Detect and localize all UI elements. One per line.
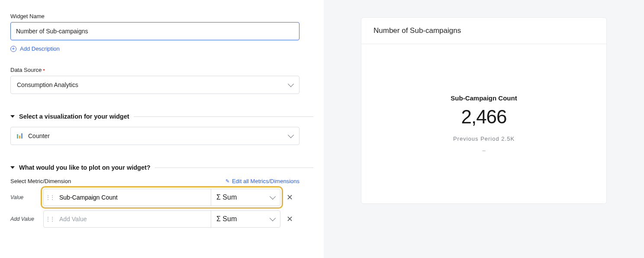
add-value-aggregation-select[interactable]: Σ Sum <box>211 211 280 227</box>
add-value-metric-input[interactable] <box>56 211 211 227</box>
remove-add-value-button[interactable]: ✕ <box>287 214 293 224</box>
edit-all-metrics-link[interactable]: ✎ Edit all Metrics/Dimensions <box>225 178 299 184</box>
counter-icon <box>17 133 24 139</box>
edit-all-metrics-label: Edit all Metrics/Dimensions <box>232 178 299 184</box>
preview-placeholder: – <box>482 147 485 154</box>
preview-card: Number of Sub-campaigns Sub-Campaign Cou… <box>361 17 607 204</box>
section-visualization-header[interactable]: Select a visualization for your widget <box>10 113 313 120</box>
value-aggregation-value: Sum <box>222 194 237 201</box>
add-description-button[interactable]: + Add Description <box>10 45 313 52</box>
widget-name-input[interactable] <box>10 22 299 40</box>
sigma-icon: Σ <box>216 194 221 201</box>
visualization-type-select[interactable]: Counter <box>10 127 299 145</box>
divider <box>134 116 313 117</box>
value-aggregation-select[interactable]: Σ Sum <box>211 189 280 206</box>
caret-down-icon <box>10 166 15 169</box>
value-metric-input[interactable] <box>56 189 211 206</box>
preview-panel: Number of Sub-campaigns Sub-Campaign Cou… <box>324 0 644 258</box>
preview-metric-value: 2,466 <box>461 106 506 128</box>
widget-name-label: Widget Name <box>10 13 313 19</box>
data-source-value: Consumption Analytics <box>17 81 78 88</box>
sigma-icon: Σ <box>216 215 221 223</box>
section-plot-title: What would you like to plot on your widg… <box>19 164 151 171</box>
metric-dimension-label: Select Metric/Dimension <box>10 178 71 184</box>
add-description-label: Add Description <box>20 45 60 52</box>
data-source-label: Data Source• <box>10 67 313 73</box>
pencil-icon: ✎ <box>225 178 229 184</box>
widget-config-panel: Widget Name + Add Description Data Sourc… <box>0 0 324 258</box>
add-value-metric-group: ⋮⋮ Σ Sum <box>43 210 280 228</box>
preview-metric-title: Sub-Campaign Count <box>451 94 517 102</box>
chevron-down-icon <box>288 81 294 87</box>
add-value-aggregation-value: Sum <box>222 215 237 223</box>
visualization-type-value: Counter <box>28 132 50 139</box>
preview-card-title: Number of Sub-campaigns <box>361 18 606 44</box>
remove-value-button[interactable]: ✕ <box>287 193 293 202</box>
caret-down-icon <box>10 115 15 118</box>
value-metric-group: ⋮⋮ Σ Sum <box>43 189 280 206</box>
value-row-label: Value <box>10 194 43 200</box>
drag-handle-icon[interactable]: ⋮⋮ <box>44 194 56 200</box>
chevron-down-icon <box>270 215 276 221</box>
divider <box>155 168 313 168</box>
chevron-down-icon <box>288 132 294 138</box>
data-source-select[interactable]: Consumption Analytics <box>10 76 299 94</box>
section-visualization-title: Select a visualization for your widget <box>19 113 129 120</box>
preview-metric-subtext: Previous Period 2.5K <box>453 135 515 142</box>
metric-row-value: Value ⋮⋮ Σ Sum ✕ <box>10 189 313 206</box>
add-value-row-label: Add Value <box>10 216 43 222</box>
chevron-down-icon <box>270 194 276 200</box>
plus-circle-icon: + <box>10 46 16 52</box>
section-plot-header[interactable]: What would you like to plot on your widg… <box>10 164 313 171</box>
metric-row-add-value: Add Value ⋮⋮ Σ Sum ✕ <box>10 210 313 228</box>
drag-handle-icon[interactable]: ⋮⋮ <box>44 216 56 222</box>
